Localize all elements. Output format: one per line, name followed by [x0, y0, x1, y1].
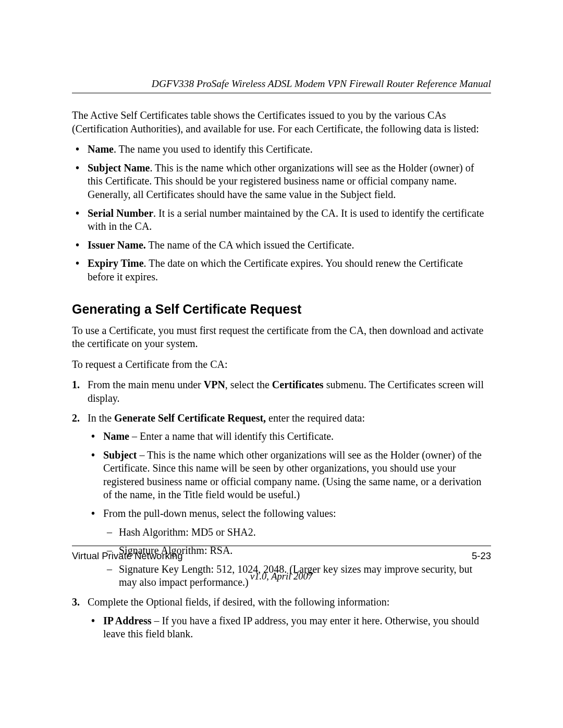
certificate-fields-list: Name. The name you used to identify this… — [72, 143, 491, 283]
list-item: Name – Enter a name that will identify t… — [88, 430, 491, 443]
text: From the pull-down menus, select the fol… — [103, 508, 336, 519]
steps-list: 1. From the main menu under VPN, select … — [72, 378, 491, 641]
step-number: 1. — [72, 378, 80, 392]
text: , select the — [225, 379, 272, 390]
step-number: 2. — [72, 412, 80, 425]
section-heading: Generating a Self Certificate Request — [72, 302, 491, 317]
header-rule: DGFV338 ProSafe Wireless ADSL Modem VPN … — [72, 78, 491, 93]
footer-rule — [72, 546, 491, 546]
desc: . The date on which the Certificate expi… — [88, 257, 463, 282]
term: IP Address — [103, 615, 151, 626]
desc: – Enter a name that will identify this C… — [129, 430, 334, 442]
list-item: Issuer Name. The name of the CA which is… — [72, 239, 491, 252]
paragraph: To use a Certificate, you must first req… — [72, 324, 491, 351]
text: Complete the Optional fields, if desired… — [88, 596, 389, 608]
footer-row: Virtual Private Networking 5-23 — [72, 550, 491, 562]
text: In the — [88, 412, 114, 424]
text: enter the required data: — [266, 412, 365, 424]
desc: The name of the CA which issued the Cert… — [146, 239, 354, 251]
footer-section-name: Virtual Private Networking — [72, 550, 183, 562]
list-item: Hash Algorithm: MD5 or SHA2. — [103, 526, 491, 539]
list-item: Name. The name you used to identify this… — [72, 143, 491, 156]
term: Issuer Name. — [88, 239, 146, 251]
step-item: 1. From the main menu under VPN, select … — [72, 378, 491, 405]
page-footer: Virtual Private Networking 5-23 v1.0, Ap… — [72, 546, 491, 582]
document-title: DGFV338 ProSafe Wireless ADSL Modem VPN … — [72, 78, 491, 90]
list-item: Subject – This is the name which other o… — [88, 449, 491, 502]
term: Subject — [103, 449, 137, 461]
sub-bullet-list: IP Address – If you have a fixed IP addr… — [88, 614, 491, 641]
list-item: Serial Number. It is a serial number mai… — [72, 207, 491, 233]
term: VPN — [204, 379, 225, 390]
version-text: v1.0, April 2007 — [72, 571, 491, 582]
step-number: 3. — [72, 596, 80, 609]
step-item: 3. Complete the Optional fields, if desi… — [72, 596, 491, 641]
term: Certificates — [272, 379, 324, 390]
term: Generate Self Certificate Request, — [114, 412, 266, 424]
desc: – If you have a fixed IP address, you ma… — [103, 615, 479, 640]
list-item: IP Address – If you have a fixed IP addr… — [88, 614, 491, 641]
term: Expiry Time — [88, 257, 144, 269]
desc: . The name you used to identify this Cer… — [114, 143, 313, 155]
term: Serial Number — [88, 207, 153, 219]
text: From the main menu under — [88, 379, 204, 390]
paragraph: To request a Certificate from the CA: — [72, 358, 491, 372]
intro-paragraph: The Active Self Certificates table shows… — [72, 109, 491, 135]
list-item: Subject Name. This is the name which oth… — [72, 162, 491, 202]
desc: – This is the name which other organizat… — [103, 449, 482, 501]
document-page: DGFV338 ProSafe Wireless ADSL Modem VPN … — [0, 0, 563, 728]
list-item: Expiry Time. The date on which the Certi… — [72, 257, 491, 283]
term: Name — [103, 430, 129, 442]
page-number: 5-23 — [472, 550, 491, 562]
term: Name — [88, 143, 114, 155]
term: Subject Name — [88, 162, 150, 174]
